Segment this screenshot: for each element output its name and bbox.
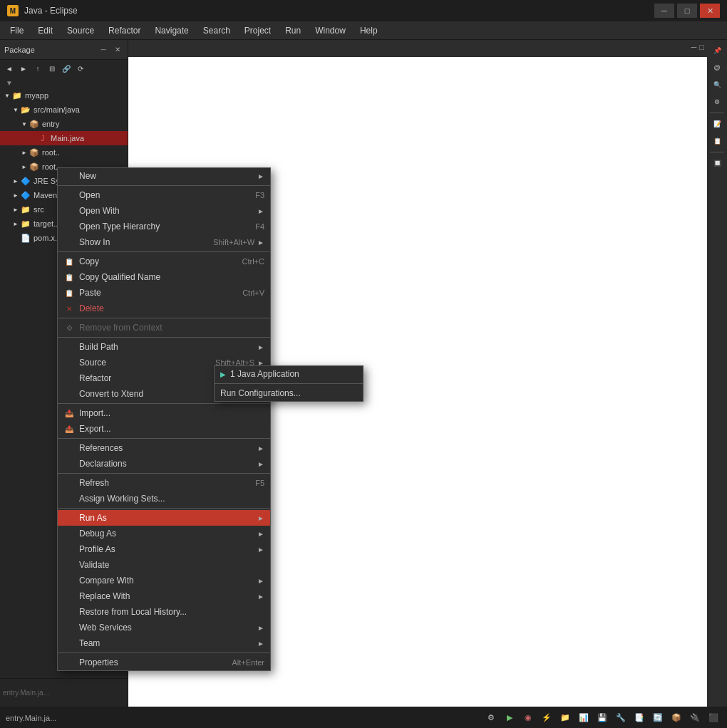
ctx-openwith-arrow: ► (257, 207, 264, 215)
rt-btn-1[interactable]: 📌 (709, 43, 725, 58)
menu-window[interactable]: Window (308, 24, 353, 37)
forward-btn[interactable]: ► (17, 62, 30, 75)
import-icon: 📥 (63, 407, 75, 419)
ctx-refresh[interactable]: Refresh F5 (58, 475, 270, 491)
menu-help[interactable]: Help (353, 24, 385, 37)
ctx-sep8 (58, 508, 270, 509)
menu-project[interactable]: Project (237, 24, 278, 37)
menu-run[interactable]: Run (278, 24, 308, 37)
close-button[interactable]: ✕ (700, 4, 720, 18)
tree-item-srcmainjava[interactable]: ▼ 📂 src/main/java (0, 103, 128, 117)
status-bar: entry.Main.ja... ⚙ ▶ ◉ ⚡ 📁 📊 💾 🔧 📑 🔄 📦 🔌… (0, 707, 727, 728)
ctx-declarations-label: Declarations (79, 459, 127, 469)
ctx-debugas[interactable]: Debug As ► (58, 526, 270, 541)
ctx-copy[interactable]: 📋 Copy Ctrl+C (58, 254, 270, 269)
status-btn-docs[interactable]: 📑 (631, 710, 647, 726)
ctx-export[interactable]: 📤 Export... (58, 421, 270, 437)
refresh-icon (63, 477, 75, 489)
sync-btn[interactable]: ⟳ (74, 62, 87, 75)
ctx-assignworkingsets[interactable]: Assign Working Sets... (58, 491, 270, 506)
maximize-editor-btn[interactable]: □ (699, 43, 704, 51)
back-btn[interactable]: ◄ (3, 62, 16, 75)
ctx-buildpath-label: Build Path (79, 342, 118, 352)
ctx-import[interactable]: 📥 Import... (58, 405, 270, 421)
sidebar-minimize-btn[interactable]: ─ (98, 44, 109, 56)
ctx-restorefromlocalhistory-label: Restore from Local History... (79, 607, 187, 617)
tree-item-myapp[interactable]: ▼ 📁 myapp (0, 88, 128, 103)
submenu-javaapp-label: 1 Java Application (230, 369, 299, 379)
status-btn-tools[interactable]: 🔧 (613, 710, 629, 726)
open-icon (63, 189, 75, 201)
collapse-btn[interactable]: ⊟ (46, 62, 58, 75)
menu-refactor[interactable]: Refactor (101, 24, 148, 37)
rt-btn-4[interactable]: ⚙ (709, 94, 725, 110)
status-btn-flash[interactable]: ⚡ (539, 710, 555, 726)
menu-file[interactable]: File (3, 24, 31, 37)
sidebar-maximize-btn[interactable]: ✕ (112, 44, 123, 56)
tree-item-mainjava[interactable]: J Main.java (0, 131, 128, 145)
ctx-new[interactable]: New ► (58, 168, 270, 184)
status-btn-chart[interactable]: 📊 (576, 710, 592, 726)
submenu-javaapp[interactable]: ▶ 1 Java Application (215, 366, 363, 382)
restore-button[interactable]: □ (677, 4, 697, 18)
menu-source[interactable]: Source (60, 24, 101, 37)
status-btn-plugin[interactable]: 🔌 (687, 710, 703, 726)
ctx-delete[interactable]: ✕ Delete (58, 301, 270, 316)
status-btn-package[interactable]: 📦 (669, 710, 684, 726)
ctx-new-arrow: ► (257, 172, 264, 180)
ctx-references-label: References (79, 443, 123, 453)
ctx-properties[interactable]: Properties Alt+Enter (58, 655, 270, 670)
link-btn[interactable]: 🔗 (60, 62, 73, 75)
menu-search[interactable]: Search (196, 24, 237, 37)
rt-btn-7[interactable]: 🔲 (709, 155, 725, 171)
status-btn-run[interactable]: ▶ (502, 710, 517, 726)
rt-btn-5[interactable]: 📝 (709, 116, 725, 132)
context-menu: New ► Open F3 Open With ► Open Type Hier… (57, 167, 271, 671)
ctx-copy-shortcut: Ctrl+C (242, 257, 264, 266)
menu-edit[interactable]: Edit (31, 24, 60, 37)
status-left: entry.Main.ja... (6, 714, 56, 722)
rt-btn-2[interactable]: @ (709, 60, 725, 76)
minimize-button[interactable]: ─ (654, 4, 674, 18)
rt-btn-3[interactable]: 🔍 (709, 77, 725, 93)
window-controls: ─ □ ✕ (654, 4, 720, 18)
status-btn-save[interactable]: 💾 (594, 710, 610, 726)
submenu-runconfigs[interactable]: Run Configurations... (215, 385, 363, 401)
ctx-opentypehierarchy[interactable]: Open Type Hierarchy F4 (58, 219, 270, 234)
ctx-declarations[interactable]: Declarations ► (58, 456, 270, 472)
ctx-runas[interactable]: Run As ► (58, 510, 270, 526)
ctx-open[interactable]: Open F3 (58, 187, 270, 203)
status-btn-sync[interactable]: 🔄 (650, 710, 666, 726)
ctx-profileas[interactable]: Profile As ► (58, 541, 270, 557)
ctx-restorefromlocalhistory[interactable]: Restore from Local History... (58, 604, 270, 620)
properties-icon (63, 657, 75, 668)
ctx-showin[interactable]: Show In Shift+Alt+W ► (58, 234, 270, 250)
tree-item-root1[interactable]: ► 📦 root.. (0, 145, 128, 160)
ctx-validate-label: Validate (79, 560, 109, 570)
ctx-replacewith[interactable]: Replace With ► (58, 588, 270, 604)
rt-btn-6[interactable]: 📋 (709, 133, 725, 149)
ctx-comparewith[interactable]: Compare With ► (58, 573, 270, 588)
ctx-sep1 (58, 185, 270, 186)
ctx-buildpath[interactable]: Build Path ► (58, 339, 270, 355)
status-btn-folder[interactable]: 📁 (557, 710, 573, 726)
ctx-references[interactable]: References ► (58, 440, 270, 456)
declarations-icon (63, 458, 75, 469)
runas-icon (63, 512, 75, 524)
status-btn-square[interactable]: ⬛ (706, 710, 721, 726)
ctx-openwith[interactable]: Open With ► (58, 203, 270, 219)
ctx-team[interactable]: Team ► (58, 635, 270, 651)
ctx-webservices[interactable]: Web Services ► (58, 620, 270, 635)
ctx-copyqualified[interactable]: 📋 Copy Qualified Name (58, 269, 270, 285)
tree-item-entry[interactable]: ▼ 📦 entry (0, 117, 128, 131)
up-btn[interactable]: ↑ (31, 62, 44, 75)
restorefromlocalhistory-icon (63, 606, 75, 618)
status-btn-debug[interactable]: ◉ (520, 710, 536, 726)
showin-icon (63, 236, 75, 248)
minimize-editor-btn[interactable]: ─ (691, 43, 697, 51)
menu-navigate[interactable]: Navigate (148, 24, 195, 37)
ctx-paste[interactable]: 📋 Paste Ctrl+V (58, 285, 270, 301)
ctx-validate[interactable]: Validate (58, 557, 270, 573)
status-btn-settings[interactable]: ⚙ (483, 710, 499, 726)
sidebar-bottom-text: entry.Main.ja... (3, 689, 49, 697)
